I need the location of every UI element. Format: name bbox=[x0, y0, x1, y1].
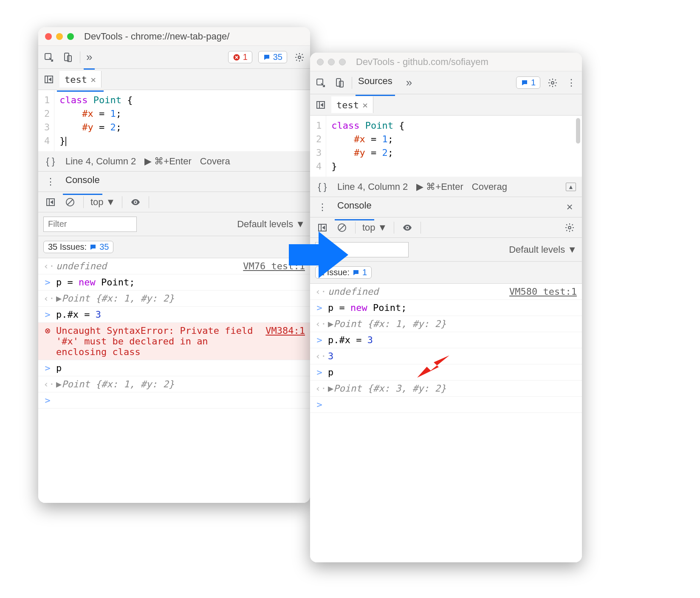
issues-count-badge[interactable]: 1 bbox=[516, 76, 540, 89]
tab-sources[interactable]: Sources bbox=[358, 76, 392, 90]
code-editor[interactable]: 1 2 3 4 class Point { #x = 1; #y = 2; } bbox=[38, 90, 310, 151]
pretty-print-icon[interactable]: { } bbox=[316, 181, 329, 193]
traffic-light-zoom[interactable] bbox=[339, 59, 346, 65]
main-toolbar: Sources » 1 ⋮ bbox=[310, 71, 582, 94]
close-icon[interactable]: × bbox=[90, 74, 96, 85]
close-icon[interactable]: × bbox=[563, 201, 576, 214]
device-toggle-icon[interactable] bbox=[61, 51, 74, 64]
levels-selector[interactable]: Default levels▼ bbox=[509, 244, 577, 255]
chevron-down-icon: ▼ bbox=[296, 219, 305, 230]
console-row: ‹· ▶Point {#x: 1, #y: 2} bbox=[38, 376, 310, 392]
svg-point-12 bbox=[551, 82, 554, 84]
issues-count: 35 bbox=[273, 52, 282, 62]
run-snippet[interactable]: ▶ ⌘+Enter bbox=[144, 156, 191, 167]
titlebar: DevTools - github.com/sofiayem bbox=[310, 53, 582, 71]
return-marker: ‹· bbox=[315, 383, 324, 394]
kebab-icon[interactable]: ⋮ bbox=[316, 201, 329, 214]
return-marker: ‹· bbox=[315, 319, 324, 329]
error-icon: ⊗ bbox=[43, 325, 52, 336]
console-input-echo: p.#x = 3 bbox=[328, 335, 577, 345]
input-marker: > bbox=[43, 277, 52, 288]
traffic-light-close[interactable] bbox=[45, 33, 52, 40]
filter-input[interactable] bbox=[43, 217, 137, 232]
sidebar-toggle-icon[interactable] bbox=[44, 196, 57, 209]
console-row: > p bbox=[38, 360, 310, 376]
input-marker: > bbox=[315, 399, 324, 410]
object-result[interactable]: ▶Point {#x: 1, #y: 2} bbox=[56, 379, 305, 389]
levels-selector[interactable]: Default levels▼ bbox=[237, 219, 305, 230]
code-editor[interactable]: 1 2 3 4 class Point { #x = 1; #y = 2; } bbox=[310, 116, 582, 177]
tab-console[interactable]: Console bbox=[65, 175, 100, 189]
inspect-icon[interactable] bbox=[42, 51, 55, 64]
object-result[interactable]: ▶Point {#x: 3, #y: 2} bbox=[328, 383, 577, 394]
issues-count-badge[interactable]: 35 bbox=[258, 51, 287, 63]
traffic-light-min[interactable] bbox=[56, 33, 63, 40]
traffic-light-close[interactable] bbox=[317, 59, 324, 65]
line-gutter: 1 2 3 4 bbox=[310, 116, 326, 177]
code-body[interactable]: class Point { #x = 1; #y = 2; } bbox=[326, 116, 409, 177]
blue-arrow-icon bbox=[289, 229, 348, 280]
editor-statusbar: { } Line 4, Column 2 ▶ ⌘+Enter Covera bbox=[38, 151, 310, 172]
traffic-light-zoom[interactable] bbox=[67, 33, 74, 40]
issues-bar: 1 Issue: 1 bbox=[310, 262, 582, 284]
main-toolbar: » 1 35 bbox=[38, 46, 310, 69]
object-result[interactable]: ▶Point {#x: 1, #y: 2} bbox=[56, 293, 305, 304]
pretty-print-icon[interactable]: { } bbox=[44, 155, 57, 168]
source-link[interactable]: VM384:1 bbox=[265, 325, 305, 336]
input-marker: > bbox=[43, 363, 52, 373]
console-input-echo: p.#x = 3 bbox=[56, 309, 305, 320]
device-toggle-icon[interactable] bbox=[333, 76, 346, 89]
gear-icon[interactable] bbox=[293, 51, 306, 64]
console-prompt[interactable]: > bbox=[38, 392, 310, 409]
drawer-header: ⋮ Console bbox=[38, 172, 310, 192]
live-expression-icon[interactable] bbox=[401, 221, 414, 234]
scrollbar-thumb[interactable] bbox=[576, 118, 580, 144]
divider bbox=[355, 222, 356, 234]
file-tab-test[interactable]: test × bbox=[59, 71, 102, 87]
error-count-badge[interactable]: 1 bbox=[228, 51, 252, 63]
gear-icon[interactable] bbox=[563, 221, 576, 234]
navigator-toggle-icon[interactable] bbox=[314, 99, 327, 111]
navigator-toggle-icon[interactable] bbox=[42, 73, 55, 86]
overflow-tabs-icon[interactable]: » bbox=[406, 76, 412, 89]
divider bbox=[394, 222, 394, 234]
kebab-icon[interactable]: ⋮ bbox=[565, 76, 578, 89]
undefined-result: undefined bbox=[56, 261, 239, 271]
gear-icon[interactable] bbox=[546, 76, 559, 89]
return-marker: ‹· bbox=[43, 293, 52, 304]
sources-subbar: test × bbox=[310, 94, 582, 116]
kebab-icon[interactable]: ⋮ bbox=[44, 175, 57, 188]
console-output[interactable]: ‹· undefined VM580 test:1 > p = new Poin… bbox=[310, 284, 582, 562]
inspect-icon[interactable] bbox=[314, 76, 327, 89]
chevron-down-icon: ▼ bbox=[106, 197, 116, 208]
line-col: Line 4, Column 2 bbox=[337, 181, 408, 192]
coverage-label[interactable]: Coverag bbox=[472, 181, 507, 192]
error-text: Uncaught SyntaxError: Private field '#x'… bbox=[56, 325, 261, 357]
console-output[interactable]: ‹· undefined VM76 test:1 > p = new Point… bbox=[38, 258, 310, 503]
console-input-echo: p bbox=[56, 363, 305, 373]
traffic-light-min[interactable] bbox=[328, 59, 335, 65]
collapse-drawer-icon[interactable]: ▲ bbox=[566, 183, 576, 191]
run-snippet[interactable]: ▶ ⌘+Enter bbox=[416, 181, 463, 192]
overflow-tabs-icon[interactable]: » bbox=[86, 51, 92, 64]
clear-console-icon[interactable] bbox=[64, 196, 76, 209]
tab-console[interactable]: Console bbox=[337, 200, 372, 214]
console-input-echo: p bbox=[328, 367, 577, 378]
drawer-header: ⋮ Console × bbox=[310, 197, 582, 217]
chevron-down-icon: ▼ bbox=[378, 222, 387, 233]
close-icon[interactable]: × bbox=[362, 100, 368, 110]
coverage-label[interactable]: Covera bbox=[200, 156, 230, 167]
error-count: 1 bbox=[243, 52, 248, 62]
live-expression-icon[interactable] bbox=[129, 196, 142, 209]
object-result[interactable]: ▶Point {#x: 1, #y: 2} bbox=[328, 319, 577, 329]
svg-rect-1 bbox=[65, 53, 69, 61]
divider bbox=[80, 51, 80, 63]
context-selector[interactable]: top▼ bbox=[90, 197, 115, 208]
console-prompt[interactable]: > bbox=[310, 397, 582, 413]
file-tab-test[interactable]: test × bbox=[331, 96, 373, 113]
context-selector[interactable]: top▼ bbox=[362, 222, 387, 233]
code-body[interactable]: class Point { #x = 1; #y = 2; } bbox=[54, 90, 138, 151]
console-input-echo: p = new Point; bbox=[56, 277, 305, 288]
issues-badge[interactable]: 35 Issues: 35 bbox=[43, 241, 113, 253]
source-link[interactable]: VM580 test:1 bbox=[509, 286, 577, 297]
